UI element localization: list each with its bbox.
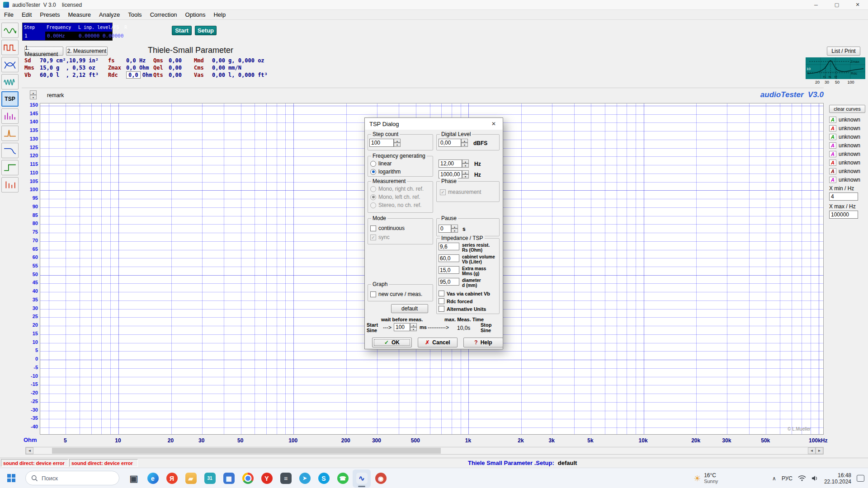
spin-up-icon[interactable]: ▴	[462, 170, 469, 174]
whatsapp-icon[interactable]: ☎	[334, 469, 352, 488]
spin-down-icon[interactable]: ▾	[462, 174, 469, 178]
curve-list-item[interactable]: Aunknown	[829, 124, 860, 132]
continuous-checkbox[interactable]: continuous	[370, 225, 405, 232]
freq-linear-radio[interactable]	[370, 161, 376, 167]
spin-down-icon[interactable]: ▾	[394, 143, 401, 147]
frequency-to-spinner[interactable]: ▴▾	[462, 170, 469, 178]
spin-up-icon[interactable]: ▴	[394, 139, 401, 143]
help-button[interactable]: ? Help	[463, 338, 503, 347]
menu-analyze[interactable]: Analyze	[95, 10, 124, 19]
menu-presets[interactable]: Presets	[36, 10, 64, 19]
step-count-spinner[interactable]: ▴▾	[394, 139, 401, 147]
rdc-input[interactable]: 0,0	[126, 71, 141, 79]
impedance-checkbox-2[interactable]	[439, 306, 444, 312]
step-response-tool[interactable]	[1, 160, 19, 175]
sine-wave-tool[interactable]	[1, 23, 19, 38]
tray-chevron-icon[interactable]: ∧	[772, 475, 776, 482]
impedance-input-1[interactable]	[439, 254, 459, 262]
default-button[interactable]: default	[391, 304, 428, 313]
notification-icon[interactable]	[857, 475, 864, 482]
minimize-icon[interactable]: ─	[806, 0, 826, 9]
menu-edit[interactable]: Edit	[18, 10, 36, 19]
digital-level-spinner[interactable]: ▴▾	[461, 139, 468, 147]
task-view-icon[interactable]: ▣	[125, 469, 143, 488]
impedance-checkbox-1[interactable]	[439, 298, 444, 304]
tsp-tool[interactable]: TSP	[1, 91, 19, 107]
volume-icon[interactable]	[811, 475, 819, 481]
impedance-check-2[interactable]: Alternative Units	[439, 305, 490, 313]
frequency-from-spinner[interactable]: ▴▾	[462, 160, 469, 168]
menu-tools[interactable]: Tools	[124, 10, 146, 19]
curve-list-item[interactable]: Aunknown	[829, 116, 860, 124]
start-button[interactable]	[7, 474, 15, 482]
square-wave-tool[interactable]	[1, 40, 19, 55]
volume-mixer-icon[interactable]: ≡	[277, 469, 295, 488]
level-meter-tool[interactable]	[1, 177, 19, 192]
dialog-title-bar[interactable]: TSP Dialog ✕	[365, 118, 503, 130]
pause-spinner[interactable]: ▴▾	[451, 225, 458, 233]
file-explorer-icon[interactable]: ▰	[182, 469, 200, 488]
audiotester-taskbar-icon[interactable]: ∿	[353, 469, 371, 488]
spin-up-icon[interactable]: ▴	[410, 323, 417, 327]
spin-down-icon[interactable]: ▾	[451, 229, 458, 233]
spin-up-icon[interactable]: ▴	[451, 225, 458, 229]
impedance-check-0[interactable]: Vas via cabinet Vb	[439, 290, 490, 297]
wifi-icon[interactable]	[798, 475, 806, 481]
impedance-checkbox-0[interactable]	[439, 291, 444, 296]
digital-level-input[interactable]	[439, 139, 461, 147]
impedance-check-1[interactable]: Rdc forced	[439, 297, 490, 305]
step-count-input[interactable]	[369, 139, 394, 147]
frequency-from-input[interactable]	[439, 160, 462, 168]
skype-icon[interactable]: S	[315, 469, 333, 488]
scroll-left-icon[interactable]: ◄	[26, 447, 33, 454]
menu-file[interactable]: File	[0, 10, 18, 19]
yandex-browser-icon[interactable]: Y	[258, 469, 276, 488]
obs-icon[interactable]: ◉	[372, 469, 390, 488]
spin-down-icon[interactable]: ▾	[30, 95, 37, 99]
spin-up-icon[interactable]: ▴	[462, 160, 469, 164]
menu-measure[interactable]: Measure	[64, 10, 95, 19]
curve-list-item[interactable]: Aunknown	[829, 133, 860, 141]
spin-up-icon[interactable]: ▴	[30, 90, 37, 95]
weather-widget[interactable]: ☀ 16°C Sunny	[691, 470, 721, 487]
menu-help[interactable]: Help	[209, 10, 230, 19]
impedance-input-0[interactable]	[439, 243, 459, 250]
chrome-icon[interactable]	[239, 469, 257, 488]
language-indicator[interactable]: РУС	[782, 475, 793, 482]
setup-button[interactable]: Setup	[195, 26, 217, 35]
continuous-box[interactable]	[370, 225, 376, 231]
frequency-to-input[interactable]	[439, 170, 462, 178]
curve-list-item[interactable]: Aunknown	[829, 141, 860, 150]
freq-logarithm-radio[interactable]	[370, 169, 376, 175]
start-measure-button[interactable]: Start	[172, 26, 192, 35]
taskbar-search[interactable]: Поиск	[25, 471, 119, 485]
measurement-2-button[interactable]: 2. Measurement	[66, 47, 108, 56]
new-curve-checkbox[interactable]: new curve / meas.	[370, 291, 422, 298]
freq-logarithm[interactable]: logarithm	[370, 168, 401, 176]
curve-list-item[interactable]: Aunknown	[829, 159, 860, 167]
scroll-right-icon[interactable]: ►	[816, 447, 823, 454]
curve-list-item[interactable]: Aunknown	[829, 176, 860, 184]
xmin-input[interactable]	[829, 192, 858, 201]
clear-curves-button[interactable]: clear curves	[829, 105, 865, 113]
impulse-tool[interactable]	[1, 126, 19, 141]
graph-scrollbar[interactable]: ◄ ◄ ►	[25, 447, 824, 455]
spectrum-tool[interactable]	[1, 108, 19, 124]
menu-options[interactable]: Options	[181, 10, 210, 19]
telegram-icon[interactable]: ➤	[296, 469, 314, 488]
pause-input[interactable]	[439, 225, 451, 233]
xmax-input[interactable]	[829, 211, 858, 219]
new-curve-box[interactable]	[370, 291, 376, 297]
ok-button[interactable]: ✓ OK	[372, 338, 412, 347]
filter-curve-tool[interactable]	[1, 143, 19, 158]
impedance-input-3[interactable]	[439, 278, 459, 286]
curve-list-item[interactable]: Aunknown	[829, 150, 860, 158]
close-icon[interactable]: ✕	[847, 0, 868, 9]
dialog-close-icon[interactable]: ✕	[485, 118, 503, 130]
spin-down-icon[interactable]: ▾	[410, 327, 417, 331]
spin-down-icon[interactable]: ▾	[461, 143, 468, 147]
yandex-search-icon[interactable]: Я	[163, 469, 181, 488]
calendar-icon[interactable]: 31	[201, 469, 219, 488]
edge-browser-icon[interactable]: e	[144, 469, 162, 488]
menu-correction[interactable]: Correction	[146, 10, 181, 19]
